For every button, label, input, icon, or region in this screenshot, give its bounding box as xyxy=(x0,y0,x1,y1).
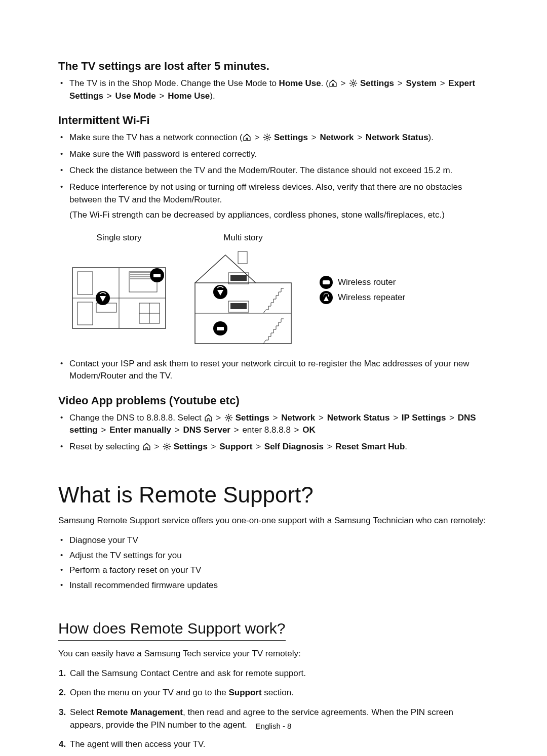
svg-rect-17 xyxy=(77,272,93,295)
remote-item-3: Install recommended firmware updates xyxy=(68,579,489,592)
heading-how-remote-support-work: How does Remote Support work? xyxy=(58,617,286,641)
bullet-reset-smart-hub: Reset by selecting > Settings > Support … xyxy=(68,441,489,453)
diagram-legend: Wireless router Wireless repeater xyxy=(320,274,405,306)
diagram-row: Single story Multi story xyxy=(58,232,489,349)
bullet-contact-isp: Contact your ISP and ask them to reset y… xyxy=(68,358,489,383)
diagram-multi-story xyxy=(190,247,296,349)
heading-video-app-problems: Video App problems (Youtube etc) xyxy=(58,393,489,409)
heading-intermittent-wifi: Intermittent Wi-Fi xyxy=(58,112,489,129)
bullet-wifi-password: Make sure the Wifi password is entered c… xyxy=(68,148,489,161)
home-icon xyxy=(142,442,151,451)
path-sep: > xyxy=(341,77,346,90)
bullet-network-connection: Make sure the TV has a network connectio… xyxy=(68,132,489,144)
page-footer: English - 8 xyxy=(0,721,547,732)
diagram-single-story xyxy=(68,247,170,333)
gear-icon xyxy=(263,133,271,142)
legend-repeater-icon xyxy=(320,291,333,304)
svg-rect-29 xyxy=(230,275,247,281)
caption-multi-story: Multi story xyxy=(190,232,296,244)
svg-rect-24 xyxy=(153,274,161,277)
svg-rect-18 xyxy=(77,302,93,325)
heading-what-is-remote-support: What is Remote Support? xyxy=(58,479,489,511)
bullet-distance: Check the distance between the TV and th… xyxy=(68,164,489,177)
remote-item-2: Perform a factory reset on your TV xyxy=(68,564,489,577)
step-2: Open the menu on your TV and go to the S… xyxy=(68,687,489,699)
how-intro: You can easily have a Samsung Tech servi… xyxy=(58,648,489,660)
gear-icon xyxy=(349,79,358,88)
bullet-change-dns: Change the DNS to 8.8.8.8. Select > Sett… xyxy=(68,412,489,437)
remote-item-0: Diagnose your TV xyxy=(68,534,489,547)
bullet-interference: Reduce interference by not using or turn… xyxy=(68,181,489,222)
remote-item-1: Adjust the TV settings for you xyxy=(68,550,489,562)
home-icon xyxy=(204,413,213,422)
home-icon xyxy=(243,133,251,142)
heading-tv-settings-lost: The TV settings are lost after 5 minutes… xyxy=(58,58,489,74)
legend-router-label: Wireless router xyxy=(338,276,396,289)
legend-repeater-label: Wireless repeater xyxy=(338,291,405,304)
step-1: Call the Samsung Contact Centre and ask … xyxy=(68,667,489,680)
gear-icon xyxy=(163,442,171,451)
svg-rect-19 xyxy=(96,303,116,312)
step-4: The agent will then access your TV. xyxy=(68,738,489,751)
svg-rect-26 xyxy=(238,251,247,264)
gear-icon xyxy=(224,413,233,422)
svg-rect-31 xyxy=(230,303,247,309)
remote-support-intro: Samsung Remote Support service offers yo… xyxy=(58,515,489,527)
bullet-shop-mode: The TV is in the Shop Mode. Change the U… xyxy=(68,77,489,102)
svg-rect-34 xyxy=(217,327,224,330)
label-home-use: Home Use xyxy=(279,78,321,88)
legend-router-icon xyxy=(320,276,333,289)
home-icon xyxy=(329,79,337,88)
caption-single-story: Single story xyxy=(68,232,170,244)
